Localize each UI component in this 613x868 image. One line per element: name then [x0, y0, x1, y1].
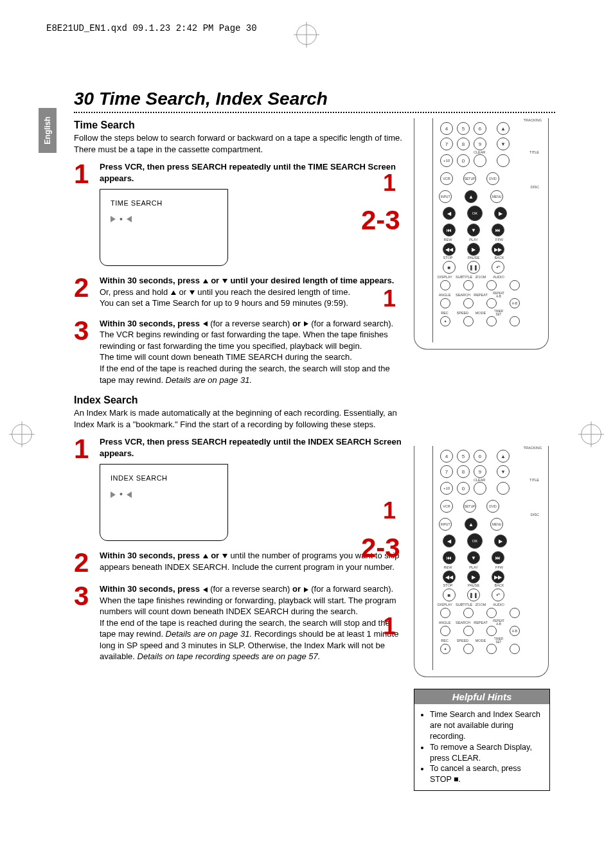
- remote-btn-7: 7: [440, 137, 453, 150]
- zoom-label: ZOOM: [474, 275, 488, 279]
- remote-btn-zoom: [486, 608, 497, 618]
- remote-btn-timer-set: [510, 316, 520, 326]
- remote-btn-pause: ❚❚: [467, 589, 480, 601]
- index-search-intro: An Index Mark is made automatically at t…: [74, 407, 402, 430]
- audio-label: AUDIO: [492, 603, 506, 607]
- step-number: 3: [74, 319, 94, 385]
- remote-btn-repeat: [486, 626, 497, 636]
- search-label: SEARCH: [456, 621, 470, 624]
- step-number: 2: [74, 276, 94, 309]
- rew-label: REW: [441, 238, 454, 242]
- remote-diagram-2: 4 5 6 ▲ TRACKING 7 8 9 ▼: [414, 446, 549, 677]
- remote-btn-vcr: VCR: [440, 172, 453, 185]
- repeat-ab-label: REPEAT A-B: [492, 619, 506, 626]
- time-search-step-3: 3 Within 30 seconds, press (for a revers…: [74, 318, 402, 385]
- remote-btn-down: ▼: [467, 551, 480, 564]
- remote-btn-up: ▲: [465, 190, 477, 203]
- tracking-label: TRACKING: [524, 118, 542, 122]
- remote-btn-0: 0: [457, 482, 470, 495]
- ffw-label: FFW: [493, 565, 506, 569]
- remote-btn-menu: MENU: [490, 190, 503, 203]
- callout-2-3: 2-3: [361, 205, 400, 236]
- remote-btn-dvd: DVD: [486, 500, 499, 513]
- display-label: DISPLAY: [438, 275, 452, 279]
- time-search-step-1: 1 Press VCR, then press SEARCH repeatedl…: [74, 161, 402, 266]
- title-label: TITLE: [529, 150, 539, 154]
- step-text: Within 30 seconds, press or until your d…: [100, 275, 402, 309]
- subtitle-label: SUBTITLE: [456, 275, 470, 279]
- remote-btn-angle: [440, 298, 450, 308]
- remote-btn-up: ▲: [465, 518, 477, 531]
- timer-set-label: TIMER SET: [492, 637, 506, 644]
- pause-label: PAUSE: [467, 256, 480, 260]
- repeat-ab-label: REPEAT A-B: [492, 292, 506, 298]
- remote-btn-ok: OK: [467, 206, 483, 221]
- zoom-label: ZOOM: [474, 603, 488, 607]
- step-text: Within 30 seconds, press or until the nu…: [100, 550, 402, 574]
- osd-index-search: INDEX SEARCH •: [100, 464, 228, 541]
- play-label: PLAY: [467, 565, 480, 569]
- remote-btn-rec: ●: [440, 316, 450, 326]
- remote-btn-tracking-down: ▼: [497, 465, 510, 478]
- language-tab-label: English: [43, 116, 52, 144]
- remote-btn-8: 8: [457, 137, 470, 150]
- remote-btn-tracking-up: ▲: [497, 450, 510, 463]
- remote-diagram-1: 4 5 6 ▲ TRACKING 7 8 9 ▼: [414, 118, 549, 350]
- callout-1: 1: [383, 170, 396, 197]
- remote-btn-search: [463, 298, 474, 308]
- remote-btn-right: ▶: [494, 535, 507, 547]
- remote-btn-search: [463, 626, 474, 636]
- remote-btn-pause: ❚❚: [467, 261, 480, 274]
- print-header-meta: E8E21UD_EN1.qxd 09.1.23 2:42 PM Page 30: [46, 23, 257, 33]
- time-search-intro: Follow the steps below to search forward…: [74, 132, 402, 155]
- remote-btn-right: ▶: [494, 207, 507, 220]
- helpful-hints-box: Helpful Hints Time Search and Index Sear…: [414, 689, 550, 791]
- registration-mark-right: [581, 424, 601, 445]
- registration-mark-top: [296, 24, 317, 45]
- remote-btn-dvd: DVD: [486, 172, 499, 185]
- mode-label: MODE: [474, 639, 488, 642]
- audio-label: AUDIO: [492, 275, 506, 279]
- callout-2-3: 2-3: [361, 533, 400, 563]
- remote-btn-5: 5: [457, 450, 470, 463]
- back-label: BACK: [493, 256, 506, 260]
- remote-btn-5: 5: [457, 122, 470, 135]
- remote-btn-vcr: VCR: [440, 500, 453, 513]
- hint-item: To cancel a search, press STOP ■.: [430, 763, 543, 785]
- remote-btn-plus10: +10: [440, 154, 453, 167]
- callout-1: 1: [383, 497, 396, 524]
- remote-btn-4: 4: [440, 450, 453, 463]
- step-number: 3: [74, 585, 94, 662]
- remote-btn-display: [440, 608, 450, 618]
- remote-btn-mode: [486, 316, 497, 326]
- osd-title: TIME SEARCH: [111, 199, 217, 208]
- remote-btn-mode: [486, 644, 497, 654]
- remote-btn-stop: ■: [443, 589, 456, 601]
- disc-label: DISC: [531, 185, 539, 189]
- remote-btn-rew: ◀◀: [443, 571, 456, 583]
- remote-btn-play: ▶: [467, 571, 480, 583]
- rew-label: REW: [441, 565, 454, 569]
- remote-btn-timer-set: [510, 644, 520, 654]
- remote-btn-repeat-ab: A-B: [510, 298, 520, 308]
- callout-1b: 1: [383, 285, 396, 312]
- remote-btn-7: 7: [440, 465, 453, 478]
- remote-btn-ok: OK: [467, 533, 483, 549]
- remote-btn-left: ◀: [443, 535, 456, 547]
- back-label: BACK: [493, 583, 506, 587]
- remote-btn-speed: [463, 316, 474, 326]
- step-text: Press VCR, then press SEARCH repeatedly …: [100, 161, 402, 184]
- page-title: 30 Time Search, Index Search: [74, 89, 555, 109]
- rec-label: REC: [438, 311, 452, 315]
- hint-item: Time Search and Index Search are not ava…: [430, 709, 543, 742]
- remote-btn-prev: ⏮: [443, 551, 456, 564]
- angle-label: ANGLE: [438, 621, 452, 624]
- remote-btn-back: ↶: [492, 589, 504, 601]
- remote-btn-plus10: +10: [440, 482, 453, 495]
- remote-btn-tracking-down: ▼: [497, 137, 510, 150]
- remote-btn-ffw: ▶▶: [492, 243, 504, 256]
- osd-title: INDEX SEARCH: [111, 474, 217, 483]
- remote-btn-setup: SETUP: [463, 172, 476, 185]
- dotted-rule: [74, 112, 555, 113]
- remote-btn-stop: ■: [443, 261, 456, 274]
